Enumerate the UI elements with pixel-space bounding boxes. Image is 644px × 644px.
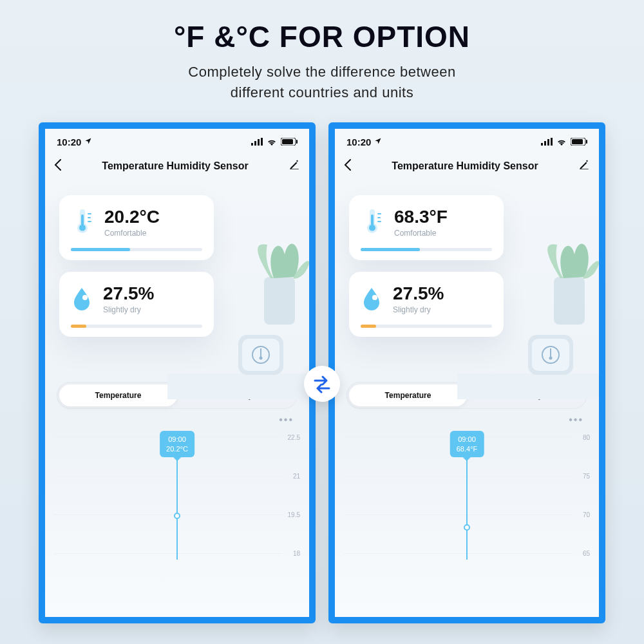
chart-segmented-control[interactable]: Temperature Humidity: [346, 382, 587, 409]
banner-subtitle: Completely solve the difference between …: [13, 62, 631, 103]
svg-rect-34: [377, 221, 381, 222]
svg-rect-16: [88, 221, 91, 222]
droplet-icon: [71, 287, 93, 311]
svg-rect-1: [254, 141, 256, 146]
svg-point-28: [542, 346, 559, 363]
tab-humidity[interactable]: Humidity: [467, 384, 585, 406]
humidity-value: 27.5%: [103, 283, 154, 304]
thermometer-icon: [361, 209, 384, 235]
location-icon: [374, 137, 382, 145]
svg-rect-18: [541, 143, 543, 146]
svg-rect-13: [264, 277, 295, 325]
edit-button[interactable]: [289, 159, 300, 173]
edit-button[interactable]: [578, 159, 590, 173]
svg-rect-27: [532, 339, 569, 371]
temperature-chart[interactable]: 22.52119.51809:0020.2°C: [54, 431, 300, 560]
banner-title: °F &°C FOR OPTION: [13, 19, 631, 54]
temperature-label: Comfortable: [104, 229, 160, 238]
back-button[interactable]: [54, 159, 62, 173]
tab-temperature[interactable]: Temperature: [59, 384, 177, 406]
chart-segmented-control[interactable]: Temperature Humidity: [57, 382, 298, 409]
back-button[interactable]: [344, 159, 352, 173]
page-title: Temperature Humidity Sensor: [392, 160, 538, 172]
svg-rect-15: [88, 217, 91, 218]
screen-celsius: 10:20 Temperature Humidity Sensor: [39, 122, 316, 623]
humidity-card[interactable]: 27.5% Slightly dry: [59, 272, 214, 337]
svg-rect-24: [586, 140, 587, 144]
battery-icon: [281, 138, 298, 146]
humidity-label: Slightly dry: [393, 305, 444, 314]
temperature-value: 68.3°F: [394, 207, 448, 227]
temperature-value: 20.2°C: [104, 207, 160, 227]
svg-point-17: [82, 295, 88, 300]
screen-fahrenheit: 10:20 Temperature Humidity Sensor: [328, 122, 605, 623]
swap-icon: [304, 366, 340, 402]
thermometer-icon: [71, 209, 94, 235]
svg-rect-5: [282, 139, 293, 144]
svg-rect-32: [377, 213, 381, 214]
page-title: Temperature Humidity Sensor: [102, 160, 248, 172]
temperature-card[interactable]: 20.2°C Comfortable: [59, 195, 214, 260]
humidity-label: Slightly dry: [103, 305, 154, 314]
svg-rect-33: [377, 217, 381, 218]
svg-point-10: [252, 346, 269, 363]
svg-point-30: [549, 356, 553, 359]
tab-humidity[interactable]: Humidity: [177, 384, 295, 406]
wifi-icon: [556, 138, 567, 146]
cellular-icon: [251, 138, 263, 146]
svg-rect-23: [572, 139, 583, 144]
svg-rect-0: [251, 143, 253, 146]
svg-rect-6: [296, 140, 298, 144]
cellular-icon: [541, 138, 553, 146]
temperature-chart[interactable]: 8075706509:0068.4°F: [344, 431, 590, 560]
location-icon: [84, 137, 92, 145]
status-bar: 10:20: [335, 129, 599, 153]
svg-rect-19: [544, 141, 546, 146]
humidity-value: 27.5%: [393, 283, 444, 304]
svg-rect-26: [528, 335, 573, 375]
more-icon[interactable]: •••: [45, 409, 309, 426]
svg-rect-31: [554, 277, 585, 325]
svg-rect-2: [258, 139, 260, 146]
more-icon[interactable]: •••: [335, 409, 599, 426]
status-time: 10:20: [346, 137, 382, 147]
svg-rect-20: [547, 139, 549, 146]
tab-temperature[interactable]: Temperature: [349, 384, 467, 406]
svg-rect-3: [261, 138, 263, 146]
svg-rect-14: [88, 213, 91, 214]
svg-point-12: [260, 356, 263, 359]
battery-icon: [571, 138, 587, 146]
marketing-banner: °F &°C FOR OPTION Completely solve the d…: [0, 0, 644, 116]
svg-rect-9: [242, 339, 279, 371]
droplet-icon: [361, 287, 383, 311]
svg-point-35: [372, 295, 377, 300]
svg-rect-21: [551, 138, 553, 146]
humidity-card[interactable]: 27.5% Slightly dry: [349, 272, 504, 337]
temperature-label: Comfortable: [394, 229, 448, 238]
temperature-card[interactable]: 68.3°F Comfortable: [349, 195, 504, 260]
status-bar: 10:20: [45, 129, 309, 153]
status-time: 10:20: [57, 137, 92, 147]
svg-rect-8: [238, 335, 283, 375]
wifi-icon: [267, 138, 277, 146]
